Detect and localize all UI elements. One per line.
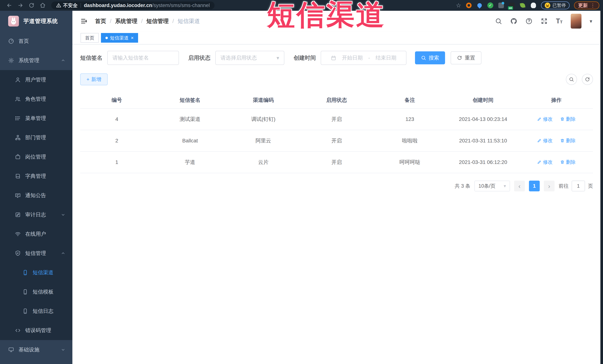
goto-label: 前往 bbox=[559, 183, 569, 189]
cell-actions: 修改 删除 bbox=[520, 152, 593, 173]
cell-id: 4 bbox=[80, 109, 153, 130]
edit-link[interactable]: 修改 bbox=[537, 159, 553, 165]
extension-ghost-icon[interactable] bbox=[530, 2, 536, 9]
edit-link[interactable]: 修改 bbox=[537, 137, 553, 144]
header-actions: TT ▾ bbox=[495, 14, 592, 29]
back-icon[interactable] bbox=[6, 2, 12, 8]
avatar-caret-icon[interactable]: ▾ bbox=[590, 18, 592, 24]
cell-status: 开启 bbox=[300, 152, 373, 173]
column-header-status: 启用状态 bbox=[300, 92, 373, 109]
delete-link[interactable]: 删除 bbox=[560, 116, 576, 122]
column-header-actions: 操作 bbox=[520, 92, 593, 109]
github-icon[interactable] bbox=[510, 18, 517, 25]
annotation-overlay-title: 短信渠道 bbox=[267, 0, 386, 30]
refresh-icon bbox=[457, 55, 462, 60]
user-avatar[interactable] bbox=[571, 14, 581, 29]
url-domain: dashboard.yudao.iocoder.cn bbox=[84, 3, 152, 8]
extension-green-check-icon[interactable]: ✓ bbox=[487, 2, 494, 9]
delete-link[interactable]: 删除 bbox=[560, 159, 576, 165]
signature-input[interactable] bbox=[107, 51, 179, 65]
sidebar-item-notices[interactable]: 通知公告 bbox=[0, 186, 72, 205]
close-icon[interactable]: × bbox=[131, 35, 134, 40]
toggle-search-button[interactable] bbox=[566, 74, 577, 85]
search-button[interactable]: 搜索 bbox=[415, 51, 445, 64]
sidebar-item-label: 错误码管理 bbox=[25, 327, 51, 334]
profile-paused-pill[interactable]: 已暂停 bbox=[541, 1, 569, 9]
refresh-table-button[interactable] bbox=[582, 74, 593, 85]
column-header-code: 渠道编码 bbox=[227, 92, 300, 109]
edit-icon bbox=[537, 138, 542, 143]
delete-link[interactable]: 删除 bbox=[560, 137, 576, 144]
breadcrumb-home[interactable]: 首页 bbox=[95, 17, 106, 25]
reload-icon[interactable] bbox=[29, 2, 35, 8]
phone-icon bbox=[22, 308, 28, 314]
browser-update-button[interactable]: 更新 ⋮ bbox=[574, 1, 599, 9]
sms-icon bbox=[15, 250, 21, 256]
sidebar-item-sms-log[interactable]: 短信日志 bbox=[0, 301, 72, 321]
browser-menu-icon[interactable]: ⋮ bbox=[590, 3, 595, 8]
date-range-picker[interactable]: 开始日期 - 结束日期 bbox=[321, 51, 406, 65]
status-placeholder: 请选择启用状态 bbox=[220, 54, 257, 61]
sidebar-toggle-icon[interactable] bbox=[81, 18, 88, 25]
bookmark-star-icon[interactable]: ☆ bbox=[456, 2, 461, 8]
sidebar-item-system[interactable]: 系统管理 bbox=[0, 51, 72, 70]
sidebar-item-departments[interactable]: 部门管理 bbox=[0, 128, 72, 147]
reset-button[interactable]: 重置 bbox=[451, 51, 481, 64]
active-dot-icon bbox=[105, 37, 108, 39]
add-button[interactable]: + 新增 bbox=[80, 73, 108, 85]
prev-page-button[interactable]: ‹ bbox=[514, 181, 525, 191]
extension-blue-pin-icon[interactable] bbox=[476, 2, 483, 9]
sidebar-item-infrastructure[interactable]: 基础设施 bbox=[0, 340, 72, 359]
tag-sms-channel[interactable]: 短信渠道 × bbox=[101, 33, 138, 43]
extension-dark-icon[interactable]: on bbox=[509, 2, 515, 9]
page-scrollbar[interactable] bbox=[600, 11, 603, 364]
sidebar-item-label: 通知公告 bbox=[25, 192, 46, 199]
sidebar-item-sms-template[interactable]: 短信模板 bbox=[0, 282, 72, 301]
sidebar-item-posts[interactable]: 岗位管理 bbox=[0, 147, 72, 166]
chevron-up-icon bbox=[61, 251, 65, 255]
online-icon bbox=[15, 231, 21, 237]
extension-leaf-icon[interactable] bbox=[520, 2, 526, 9]
search-icon[interactable] bbox=[495, 18, 502, 25]
sidebar-item-sms-channel[interactable]: 短信渠道 bbox=[0, 263, 72, 282]
font-size-icon[interactable]: TT bbox=[556, 18, 562, 24]
sidebar-item-users[interactable]: 用户管理 bbox=[0, 70, 72, 89]
toolbar-right bbox=[566, 74, 593, 85]
cell-id: 1 bbox=[80, 152, 153, 173]
sidebar-item-menus[interactable]: 菜单管理 bbox=[0, 109, 72, 128]
sidebar-item-roles[interactable]: 角色管理 bbox=[0, 89, 72, 109]
fullscreen-icon[interactable] bbox=[541, 18, 548, 25]
help-icon[interactable] bbox=[525, 18, 533, 25]
extension-orange-ring-icon[interactable] bbox=[466, 2, 472, 9]
breadcrumb-system[interactable]: 系统管理 bbox=[115, 17, 137, 25]
cell-code: 云片 bbox=[227, 152, 300, 173]
status-select[interactable]: 请选择启用状态 ▾ bbox=[215, 51, 284, 65]
cell-created: 2021-04-13 00:23:14 bbox=[447, 109, 520, 130]
extension-columns-icon[interactable] bbox=[498, 2, 504, 9]
cell-id: 2 bbox=[80, 130, 153, 152]
calendar-icon bbox=[331, 55, 336, 61]
home-icon[interactable] bbox=[40, 2, 46, 8]
sidebar-item-audit-log[interactable]: 审计日志 bbox=[0, 205, 72, 224]
infra-icon bbox=[8, 347, 14, 353]
tag-home[interactable]: 首页 bbox=[81, 33, 99, 43]
sidebar-item-dictionary[interactable]: 字典管理 bbox=[0, 166, 72, 186]
forward-icon[interactable] bbox=[17, 2, 23, 8]
edit-link[interactable]: 修改 bbox=[537, 116, 553, 122]
breadcrumb-sms[interactable]: 短信管理 bbox=[146, 17, 169, 25]
refresh-icon bbox=[585, 77, 590, 82]
search-icon bbox=[421, 55, 426, 60]
sidebar-item-home[interactable]: 首页 bbox=[0, 32, 72, 51]
cell-signature: 芋道 bbox=[153, 152, 227, 173]
page-size-select[interactable]: 10条/页 ▾ bbox=[474, 181, 510, 191]
date-separator: - bbox=[368, 55, 370, 61]
goto-page-input[interactable] bbox=[572, 181, 585, 191]
next-page-button[interactable]: › bbox=[544, 181, 555, 191]
sidebar-item-online-users[interactable]: 在线用户 bbox=[0, 224, 72, 244]
sidebar-item-sms-management[interactable]: 短信管理 bbox=[0, 244, 72, 263]
page-1-button[interactable]: 1 bbox=[529, 181, 540, 191]
chevron-up-icon bbox=[61, 58, 65, 63]
address-bar[interactable]: 不安全 dashboard.yudao.iocoder.cn/system/sm… bbox=[51, 1, 215, 9]
security-warning[interactable]: 不安全 bbox=[56, 2, 78, 9]
sidebar-item-error-codes[interactable]: 错误码管理 bbox=[0, 321, 72, 340]
